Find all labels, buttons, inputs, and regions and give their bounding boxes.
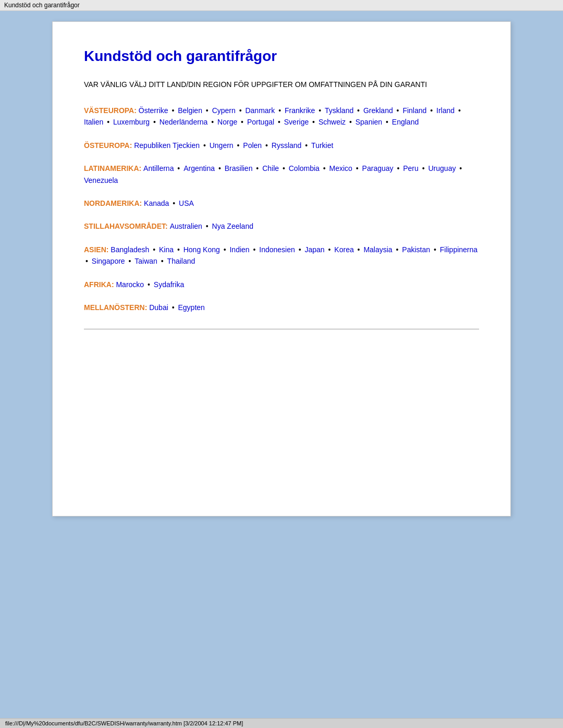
country-link-thailand[interactable]: Thailand [167,257,195,265]
bullet-separator: • [151,118,158,126]
country-link-malaysia[interactable]: Malaysia [363,245,392,254]
country-link-frankrike[interactable]: Frankrike [285,106,315,115]
country-link-england[interactable]: England [392,118,419,126]
country-link-nederländerna[interactable]: Nederländerna [160,118,208,126]
region-label-nordamerika: NORDAMERIKA: [84,199,144,207]
region-links-mellanostern: Dubai • Egypten [149,303,205,312]
region-links-osteuropa: Republiken Tjeckien • Ungern • Polen • R… [134,141,333,150]
country-link-marocko[interactable]: Marocko [116,280,144,289]
region-block-vasteuropa: VÄSTEUROPA: Österrike • Belgien • Cypern… [84,105,479,128]
bullet-separator: • [432,245,438,254]
country-link-portugal[interactable]: Portugal [247,118,274,126]
bullet-separator: • [395,106,401,115]
country-link-singapore[interactable]: Singapore [92,257,125,265]
bullet-separator: • [170,106,177,115]
country-link-ryssland[interactable]: Ryssland [272,141,302,150]
main-area: Kundstöd och garantifrågor VAR VÄNLIG VÄ… [0,11,563,718]
bullet-separator: • [384,118,390,126]
bullet-separator: • [251,245,258,254]
country-link-ungern[interactable]: Ungern [210,141,234,150]
bullet-separator: • [151,245,157,254]
country-link-chile[interactable]: Chile [262,164,279,172]
country-link-cypern[interactable]: Cypern [212,106,236,115]
bullet-separator: • [354,164,361,172]
country-link-norge[interactable]: Norge [217,118,237,126]
country-link-tyskland[interactable]: Tyskland [325,106,353,115]
bullet-separator: • [170,303,177,312]
country-link-kina[interactable]: Kina [159,245,174,254]
country-link-paraguay[interactable]: Paraguay [362,164,394,172]
bullet-separator: • [316,106,323,115]
country-link-grekland[interactable]: Grekland [363,106,393,115]
region-label-stillahavsomradet: STILLAHAVSOMRÅDET: [84,222,170,230]
country-link-japan[interactable]: Japan [305,245,325,254]
country-link-turkiet[interactable]: Turkiet [311,141,333,150]
country-link-brasilien[interactable]: Brasilien [225,164,253,172]
bullet-separator: • [222,245,228,254]
region-links-afrika: Marocko • Sydafrika [116,280,184,289]
country-link-luxemburg[interactable]: Luxemburg [113,118,150,126]
country-link-polen[interactable]: Polen [243,141,262,150]
region-block-stillahavsomradet: STILLAHAVSOMRÅDET: Australien • Nya Zeel… [84,220,479,232]
title-bar-text: Kundstöd och garantifrågor [4,2,80,9]
country-link-kanada[interactable]: Kanada [144,199,169,207]
country-link-argentina[interactable]: Argentina [183,164,215,172]
country-link-sydafrika[interactable]: Sydafrika [154,280,184,289]
bullet-separator: • [127,257,133,265]
country-link-antillerna[interactable]: Antillerna [143,164,174,172]
country-link-republiken-tjeckien[interactable]: Republiken Tjeckien [134,141,200,150]
region-label-osteuropa: ÖSTEUROPA: [84,141,134,150]
country-link-usa[interactable]: USA [179,199,194,207]
country-link-irland[interactable]: Irland [436,106,455,115]
country-link-korea[interactable]: Korea [334,245,353,254]
bullet-separator: • [456,106,461,115]
country-link-pakistan[interactable]: Pakistan [402,245,430,254]
country-link-mexico[interactable]: Mexico [329,164,352,172]
bullet-separator: • [394,245,401,254]
bullet-separator: • [201,141,208,150]
bullet-separator: • [263,141,270,150]
country-link-dubai[interactable]: Dubai [149,303,168,312]
country-link-egypten[interactable]: Egypten [178,303,205,312]
country-link-venezuela[interactable]: Venezuela [84,176,118,184]
country-link-filippinerna[interactable]: Filippinerna [440,245,478,254]
bullet-separator: • [457,164,462,172]
country-link-uruguay[interactable]: Uruguay [429,164,456,172]
country-link-belgien[interactable]: Belgien [178,106,202,115]
bullet-separator: • [204,106,211,115]
country-link-indonesien[interactable]: Indonesien [259,245,295,254]
country-link-australien[interactable]: Australien [170,222,202,230]
country-link-taiwan[interactable]: Taiwan [134,257,157,265]
page-subtitle: VAR VÄNLIG VÄLJ DITT LAND/DIN REGION FÖR… [84,79,479,90]
country-link-italien[interactable]: Italien [84,118,103,126]
country-link-peru[interactable]: Peru [403,164,419,172]
bullet-separator: • [355,106,362,115]
country-link-danmark[interactable]: Danmark [245,106,275,115]
bullet-separator: • [175,245,182,254]
country-link-indien[interactable]: Indien [229,245,249,254]
region-links-vasteuropa: Österrike • Belgien • Cypern • Danmark •… [84,106,462,126]
country-link-österrike[interactable]: Österrike [139,106,168,115]
status-bar: file:///D|/My%20documents/dfu/B2C/SWEDIS… [0,718,563,728]
country-link-bangladesh[interactable]: Bangladesh [111,245,149,254]
region-label-vasteuropa: VÄSTEUROPA: [84,106,139,115]
country-link-nya-zeeland[interactable]: Nya Zeeland [212,222,253,230]
country-link-hong-kong[interactable]: Hong Kong [183,245,220,254]
country-link-schweiz[interactable]: Schweiz [319,118,346,126]
region-label-mellanostern: MELLANÖSTERN: [84,303,149,312]
region-block-osteuropa: ÖSTEUROPA: Republiken Tjeckien • Ungern … [84,140,479,151]
region-block-afrika: AFRIKA: Marocko • Sydafrika [84,279,479,290]
bullet-separator: • [310,118,317,126]
bullet-separator: • [216,164,223,172]
region-links-asien: Bangladesh • Kina • Hong Kong • Indien •… [84,245,478,265]
bullet-separator: • [175,164,182,172]
title-bar: Kundstöd och garantifrågor [0,0,563,11]
country-link-finland[interactable]: Finland [402,106,426,115]
section-divider [84,329,479,329]
country-link-sverige[interactable]: Sverige [284,118,309,126]
country-link-colombia[interactable]: Colombia [289,164,320,172]
status-bar-text: file:///D|/My%20documents/dfu/B2C/SWEDIS… [5,720,243,726]
country-link-spanien[interactable]: Spanien [356,118,382,126]
region-block-latinamerika: LATINAMERIKA: Antillerna • Argentina • B… [84,163,479,186]
bullet-separator: • [276,118,283,126]
